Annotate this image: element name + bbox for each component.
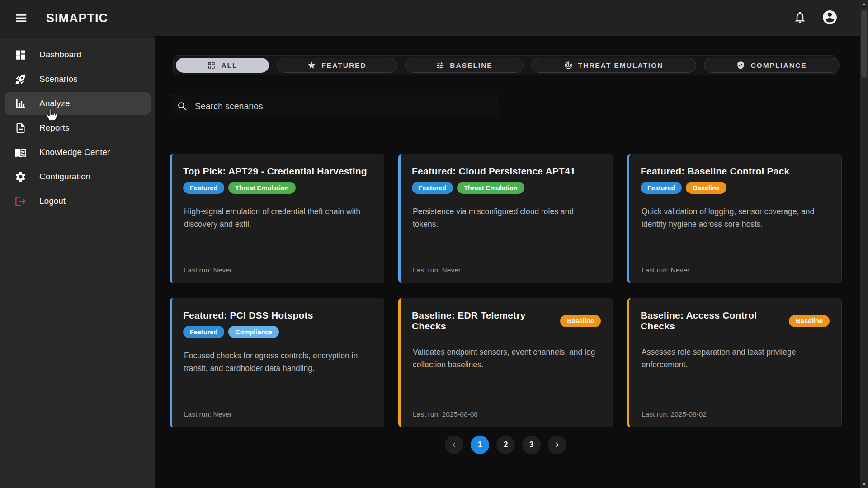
scenario-card[interactable]: Baseline: Access Control ChecksBaselineA… [627, 298, 842, 427]
card-last-run: Last run: Never [413, 266, 461, 274]
card-badge-row: FeaturedBaseline [641, 182, 830, 194]
app-title: SIMAPTIC [46, 11, 108, 25]
sidebar-item-label: Dashboard [39, 50, 81, 60]
scrollbar-thumb[interactable] [861, 10, 867, 78]
badge-featured: Featured [183, 326, 224, 338]
card-description: Validates endpoint sensors, event channe… [413, 346, 601, 371]
account-circle-icon [821, 9, 838, 26]
tab-threat-emulation[interactable]: THREAT EMULATION [531, 58, 696, 73]
sidebar-nav: DashboardScenariosAnalyzeReportsKnowledg… [0, 36, 155, 488]
scroll-down-button[interactable] [860, 480, 868, 488]
tab-label: THREAT EMULATION [578, 61, 664, 70]
sidebar-item-label: Configuration [39, 172, 90, 182]
sidebar-item-scenarios[interactable]: Scenarios [5, 68, 151, 90]
card-title: Baseline: Access Control Checks [641, 310, 789, 332]
card-last-run: Last run: 2025-08-02 [642, 410, 707, 418]
filter-tabs: ALLFEATUREDBASELINETHREAT EMULATIONCOMPL… [173, 55, 837, 75]
menu-icon [14, 11, 29, 25]
card-title-row: Featured: PCI DSS Hotspots [183, 310, 372, 321]
badge-threat-emulation: Threat Emulation [228, 182, 295, 194]
card-badge-row: FeaturedThreat Emulation [183, 182, 372, 194]
sidebar-item-dashboard[interactable]: Dashboard [5, 43, 151, 66]
tab-label: FEATURED [321, 61, 366, 70]
sidebar-item-configuration[interactable]: Configuration [5, 165, 151, 188]
card-title-row: Baseline: Access Control ChecksBaseline [641, 310, 830, 332]
card-description: High-signal emulation of credential thef… [184, 205, 372, 231]
badge-baseline: Baseline [686, 182, 726, 194]
sliders-icon [436, 61, 444, 70]
card-last-run: Last run: Never [642, 266, 689, 274]
grid-icon [207, 61, 216, 70]
sidebar-item-label: Reports [39, 123, 70, 133]
card-badge-row: FeaturedCompliance [183, 326, 372, 338]
star-icon [307, 61, 316, 70]
sidebar-item-label: Logout [39, 196, 66, 206]
scenario-card[interactable]: Featured: Cloud Persistence APT41Feature… [398, 154, 613, 283]
badge-featured: Featured [641, 182, 682, 194]
badge-baseline: Baseline [789, 315, 830, 327]
scrollbar[interactable] [860, 0, 868, 488]
tab-label: ALL [221, 61, 237, 70]
tab-compliance[interactable]: COMPLIANCE [704, 58, 840, 73]
scroll-up-button[interactable] [860, 0, 868, 8]
bar-chart-icon [14, 98, 27, 110]
header-actions [793, 9, 868, 27]
chevron-left-icon [449, 440, 459, 450]
card-last-run: Last run: Never [184, 266, 232, 274]
dashboard-icon [14, 49, 27, 61]
sidebar-item-label: Scenarios [39, 74, 78, 84]
tab-all[interactable]: ALL [176, 58, 269, 73]
sidebar-item-label: Analyze [39, 99, 70, 108]
card-title-row: Featured: Cloud Persistence APT41 [412, 166, 601, 177]
card-last-run: Last run: Never [184, 410, 232, 418]
pagination-prev-button[interactable] [445, 436, 463, 454]
gear-icon [14, 171, 27, 183]
sidebar-item-knowledge-center[interactable]: Knowledge Center [5, 141, 151, 164]
tab-featured[interactable]: FEATURED [277, 58, 397, 73]
sidebar-item-label: Knowledge Center [39, 147, 110, 157]
tab-label: COMPLIANCE [750, 61, 807, 70]
scenario-card[interactable]: Featured: PCI DSS HotspotsFeaturedCompli… [170, 298, 384, 427]
notifications-button[interactable] [793, 10, 807, 26]
card-title: Top Pick: APT29 - Credential Harvesting [183, 166, 367, 177]
card-description: Quick validation of logging, sensor cove… [642, 205, 830, 231]
scenario-card-grid: Top Pick: APT29 - Credential HarvestingF… [170, 154, 842, 427]
triangle-up-icon [861, 1, 867, 7]
shield-check-icon [736, 61, 745, 70]
sidebar-item-analyze[interactable]: Analyze [5, 92, 151, 115]
chevron-right-icon [552, 440, 562, 450]
badge-threat-emulation: Threat Emulation [457, 182, 524, 194]
card-description: Assesses role separation and least privi… [642, 346, 830, 371]
main-content: ALLFEATUREDBASELINETHREAT EMULATIONCOMPL… [155, 36, 860, 488]
card-title: Featured: Cloud Persistence APT41 [412, 166, 576, 177]
account-button[interactable] [821, 9, 838, 27]
sidebar-item-logout[interactable]: Logout [5, 190, 151, 212]
search-icon [177, 101, 188, 112]
search-input[interactable] [194, 101, 491, 112]
tab-baseline[interactable]: BASELINE [405, 58, 524, 73]
scenario-card[interactable]: Top Pick: APT29 - Credential HarvestingF… [170, 154, 384, 283]
badge-baseline: Baseline [560, 315, 601, 327]
card-title: Baseline: EDR Telemetry Checks [412, 310, 560, 332]
scenario-card[interactable]: Featured: Baseline Control PackFeaturedB… [627, 154, 842, 283]
card-description: Focused checks for egress controls, encr… [184, 349, 372, 375]
card-title-row: Featured: Baseline Control Pack [641, 166, 830, 177]
logout-icon [14, 195, 27, 207]
badge-featured: Featured [183, 182, 224, 194]
card-last-run: Last run: 2025-08-08 [413, 410, 478, 418]
pagination-page-1[interactable]: 1 [471, 436, 489, 454]
card-title-row: Top Pick: APT29 - Credential Harvesting [183, 166, 372, 177]
pagination-page-3[interactable]: 3 [522, 436, 541, 454]
menu-button[interactable] [14, 11, 29, 25]
bell-icon [793, 10, 807, 24]
pagination-page-2[interactable]: 2 [496, 436, 515, 454]
document-icon [14, 122, 27, 134]
scenario-card[interactable]: Baseline: EDR Telemetry ChecksBaselineVa… [398, 298, 613, 427]
tab-label: BASELINE [450, 61, 492, 70]
top-bar: SIMAPTIC [0, 0, 868, 36]
target-icon [564, 61, 573, 70]
pagination-next-button[interactable] [548, 436, 566, 454]
sidebar-item-reports[interactable]: Reports [5, 117, 151, 139]
triangle-down-icon [861, 481, 867, 487]
card-title-row: Baseline: EDR Telemetry ChecksBaseline [412, 310, 601, 332]
